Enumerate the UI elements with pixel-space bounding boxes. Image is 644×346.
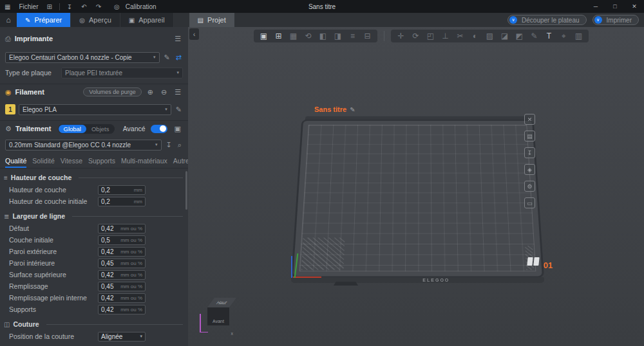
split-to-parts-icon[interactable]: ◨ [333,32,343,41]
orientation-cube[interactable]: Haut Avant x [198,296,236,337]
plate-type-select[interactable]: Plaque PEI texturée ▾ [61,68,183,78]
print-dropdown-icon[interactable]: ∨ [594,16,602,24]
process-tab-1[interactable]: Qualité [5,157,26,168]
sidebar-scrollbar[interactable] [185,171,187,210]
filament-edit-icon[interactable]: ✎ [175,105,183,114]
auto-orient-icon[interactable]: ⟲ [303,32,313,41]
home-button[interactable]: ⌂ [0,13,17,27]
setting-input[interactable]: 0,45mm ou % [98,259,146,268]
sidebar-collapse-button[interactable]: ‹ [189,28,199,40]
setting-input[interactable]: 0,42mm ou % [98,270,146,280]
undo-icon[interactable]: ↶ [77,3,91,10]
process-icon: ⚙ [5,125,12,133]
process-tab-2[interactable]: Solidité [32,157,54,168]
lay-on-face-icon[interactable]: ⊥ [440,32,450,41]
tab-prepare[interactable]: ✎ Préparer [17,13,71,27]
process-tab-5[interactable]: Multi-matériaux [121,157,167,168]
text-icon[interactable]: T [544,32,554,41]
color-paint-icon[interactable]: ◩ [515,32,524,41]
plate-image-icon[interactable]: ▤ [524,131,535,141]
print-button[interactable]: ∨ Imprimer [592,15,639,25]
setting-select[interactable]: Alignée▾ [98,332,146,341]
calibration-label: Calibration [126,3,156,10]
preset-save-icon[interactable]: ↧ [165,141,173,149]
filament-preset-select[interactable]: Elegoo PLA ▾ [19,104,171,115]
plate-lock-icon[interactable]: ◈ [524,164,535,175]
printer-icon: ⎙ [5,35,11,43]
add-plate-icon[interactable]: ⊞ [274,32,283,41]
setting-input[interactable]: 0,42mm ou % [98,305,146,314]
setting-unit: mm ou % [120,284,142,289]
redo-icon[interactable]: ↷ [91,3,106,10]
process-tab-4[interactable]: Supports [88,157,115,168]
printer-preset-select[interactable]: Elegoo Centauri Carbon 0.4 nozzle - Copi… [5,52,160,63]
setting-input[interactable]: 0,45mm ou % [98,282,146,291]
tab-project[interactable]: ▤ Projet [189,13,234,27]
add-filament-icon[interactable]: ⊕ [146,88,155,96]
setting-label: Remplissage [9,282,98,290]
rotate-icon[interactable]: ⟳ [411,32,421,41]
setting-input[interactable]: 0,2mm [98,197,146,206]
menu-file[interactable]: Fichier [15,3,42,10]
cut-icon[interactable]: ✂ [455,32,465,41]
plate-delete-icon[interactable]: ✕ [524,114,535,125]
printer-settings-icon[interactable]: ☰ [173,35,183,43]
purge-volumes-button[interactable]: Volumes de purge [83,87,142,96]
seam-icon: ◫ [4,321,10,328]
cube-face-front[interactable]: Avant [207,307,229,325]
support-paint-icon[interactable]: ▨ [485,32,495,41]
arrange-icon[interactable]: ▦ [289,32,298,41]
scope-global-button[interactable]: Global [59,125,86,133]
process-section-title: Traitement [15,125,52,132]
setting-label: Paroi extérieure [9,248,98,255]
variable-layer-height-icon[interactable]: ≡ [348,32,357,41]
plate-import-icon[interactable]: ↧ [524,147,535,158]
assembly-icon[interactable]: ▥ [574,32,583,41]
maximize-button[interactable]: □ [605,0,625,13]
split-to-objects-icon[interactable]: ◧ [318,32,328,41]
printer-connection-icon[interactable]: ⇄ [175,53,183,62]
filament-settings-icon[interactable]: ☰ [173,88,183,96]
scale-icon[interactable]: ◰ [426,32,435,41]
cube-face-top[interactable]: Haut [207,298,236,307]
chevron-down-icon: ▾ [151,55,156,60]
process-preset-select[interactable]: 0.20mm Standard @Elegoo CC 0.4 nozzle ▾ [5,140,162,150]
plate-name[interactable]: Sans titre ✎ [314,105,355,113]
setting-input[interactable]: 0,2mm [98,185,146,195]
objects-panel-icon[interactable]: ▣ [173,125,183,133]
save-icon[interactable]: ↧ [62,3,77,10]
mesh-boolean-icon[interactable]: ◐ [470,32,480,41]
add-object-icon[interactable]: ▣ [259,32,269,41]
plate-label-icon[interactable]: ▭ [524,197,535,208]
remove-filament-icon[interactable]: ⊖ [159,88,169,96]
minimize-button[interactable]: ─ [586,0,605,13]
setting-input[interactable]: 0,42mm ou % [98,224,146,233]
build-plate[interactable] [291,120,544,278]
preset-search-icon[interactable]: ⌕ [176,141,183,149]
menu-calibration[interactable]: ◎ Calibration [106,3,160,10]
filament-slot-badge[interactable]: 1 [5,104,15,114]
close-button[interactable]: ✕ [625,0,644,13]
viewport[interactable]: ‹ ▣⊞▦⟲◧◨≡⊟ ✛⟳◰⊥✂◐▨◪◩✎T⌖▥ Sans titre ✎ EL… [188,27,644,346]
seam-paint-icon[interactable]: ◪ [500,32,509,41]
scope-objects-button[interactable]: Objets [86,125,114,133]
process-tab-3[interactable]: Vitesse [61,157,82,168]
setting-input[interactable]: 0,5mm ou % [98,235,146,245]
advanced-toggle[interactable] [151,125,167,133]
setting-input[interactable]: 0,42mm ou % [98,293,146,303]
measure-icon[interactable]: ⌖ [559,32,569,41]
plate-name-edit-icon[interactable]: ✎ [350,106,355,113]
plate-side-icons: ✕▤↧◈⚙▭ [524,114,535,208]
merge-icon[interactable]: ⊟ [363,32,372,41]
plate-settings-icon[interactable]: ⚙ [524,181,535,192]
slice-dropdown-icon[interactable]: ∨ [509,16,517,24]
process-tab-6[interactable]: Autre [173,157,188,168]
slice-plate-button[interactable]: ∨ Découper le plateau [507,15,587,25]
sketch-icon[interactable]: ✎ [529,32,539,41]
setting-input[interactable]: 0,42mm ou % [98,247,146,257]
tab-preview[interactable]: ◎ Aperçu [71,13,120,27]
tab-device[interactable]: ▣ Appareil [120,13,174,27]
menu-grid-icon[interactable]: ⊞ [42,3,56,10]
move-icon[interactable]: ✛ [396,32,406,41]
printer-edit-icon[interactable]: ✎ [163,53,171,62]
